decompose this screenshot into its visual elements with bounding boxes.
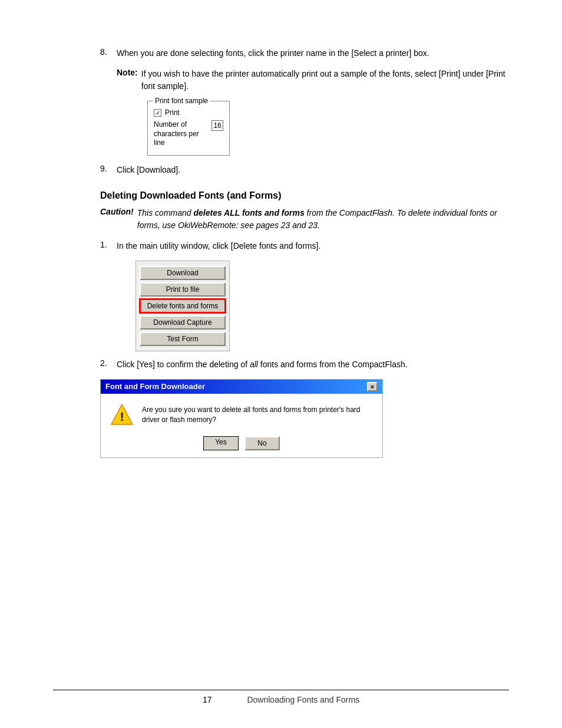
print-to-file-button[interactable]: Print to file	[140, 282, 226, 297]
page-content: 8. When you are done selecting fonts, cl…	[0, 0, 562, 513]
step-9-number: 9.	[100, 164, 112, 176]
note-block: Note: If you wish to have the printer au…	[117, 68, 509, 93]
print-checkbox-row: ✓ Print	[154, 108, 223, 117]
print-checkbox[interactable]: ✓	[154, 109, 161, 117]
dialog-titlebar: Font and Form Downloader ×	[101, 380, 382, 394]
dialog-close-button[interactable]: ×	[367, 382, 378, 391]
characters-row: Number of characters per line 16	[154, 120, 223, 148]
warning-icon: !	[110, 403, 134, 427]
dialog-title: Font and Form Downloader	[105, 382, 205, 391]
page-number: 17	[203, 695, 212, 704]
dialog-yes-button[interactable]: Yes	[203, 436, 239, 450]
delete-step-1-text: In the main utility window, click [Delet…	[117, 240, 320, 252]
caution-text: This command deletes ALL fonts and forms…	[137, 207, 509, 232]
step-8: 8. When you are done selecting fonts, cl…	[100, 47, 509, 60]
step-8-text: When you are done selecting fonts, click…	[117, 47, 429, 60]
print-font-sample-widget: Print font sample ✓ Print Number of char…	[147, 101, 230, 156]
footer-content: 17 Downloading Fonts and Forms	[53, 695, 509, 704]
dialog-message-text: Are you sure you want to delete all font…	[142, 405, 373, 425]
download-capture-button[interactable]: Download Capture	[140, 315, 226, 330]
delete-step-1: 1. In the main utility window, click [De…	[100, 240, 509, 252]
delete-fonts-forms-button[interactable]: Delete fonts and forms	[140, 299, 226, 313]
svg-text:!: !	[120, 410, 124, 423]
step-8-number: 8.	[100, 47, 112, 60]
caution-block: Caution! This command deletes ALL fonts …	[100, 207, 509, 232]
dialog-message-row: ! Are you sure you want to delete all fo…	[110, 403, 373, 427]
section-heading: Deleting Downloaded Fonts (and Forms)	[100, 190, 509, 201]
delete-step-1-number: 1.	[100, 240, 112, 252]
footer-section: Downloading Fonts and Forms	[247, 695, 359, 704]
dialog-buttons: Yes No	[110, 436, 373, 450]
page-footer: 17 Downloading Fonts and Forms	[0, 690, 562, 704]
delete-step-2-text: Click [Yes] to confirm the deleting of a…	[117, 358, 408, 371]
step-9: 9. Click [Download].	[100, 164, 509, 176]
characters-label: Number of characters per line	[154, 120, 208, 148]
widget-title: Print font sample	[153, 97, 210, 105]
caution-label: Caution!	[100, 207, 134, 232]
delete-step-2: 2. Click [Yes] to confirm the deleting o…	[100, 358, 509, 371]
print-label: Print	[165, 108, 180, 117]
note-text: If you wish to have the printer automati…	[141, 68, 509, 93]
characters-input[interactable]: 16	[211, 120, 223, 131]
test-form-button[interactable]: Test Form	[140, 332, 226, 346]
dialog-no-button[interactable]: No	[244, 436, 280, 450]
footer-divider	[53, 690, 509, 690]
note-label: Note:	[117, 68, 138, 93]
step-9-text: Click [Download].	[117, 164, 180, 176]
download-button[interactable]: Download	[140, 266, 226, 280]
dialog-box: Font and Form Downloader × ! Are you sur…	[100, 379, 383, 458]
delete-step-2-number: 2.	[100, 358, 112, 371]
dialog-body: ! Are you sure you want to delete all fo…	[101, 394, 382, 457]
button-panel: Download Print to file Delete fonts and …	[135, 261, 230, 351]
